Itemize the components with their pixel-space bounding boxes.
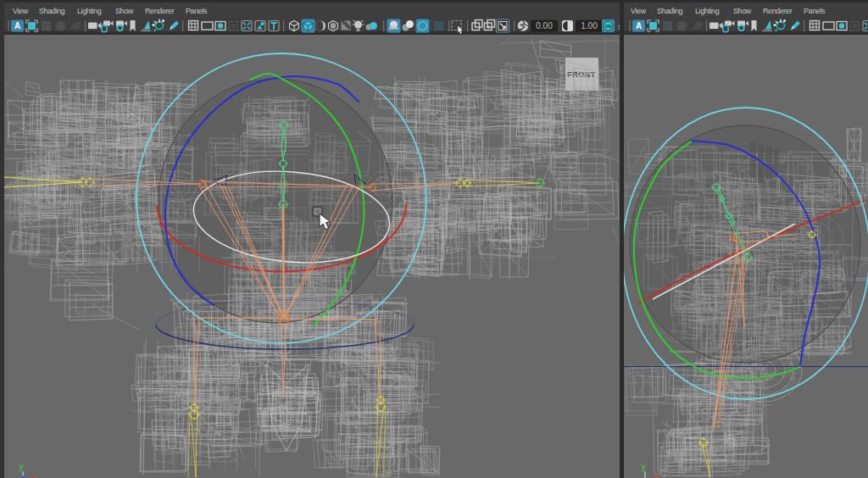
svg-text:x: x [31, 471, 36, 478]
svg-text:A: A [636, 21, 642, 31]
svg-text:y: y [641, 461, 646, 471]
svg-text:ON: ON [605, 24, 612, 29]
svg-text:s: s [618, 22, 620, 31]
svg-text:1.00: 1.00 [581, 21, 598, 31]
svg-text:y: y [19, 461, 24, 471]
svg-text:x: x [654, 471, 659, 478]
svg-text:A: A [14, 21, 20, 31]
svg-text:0.00: 0.00 [536, 21, 553, 31]
